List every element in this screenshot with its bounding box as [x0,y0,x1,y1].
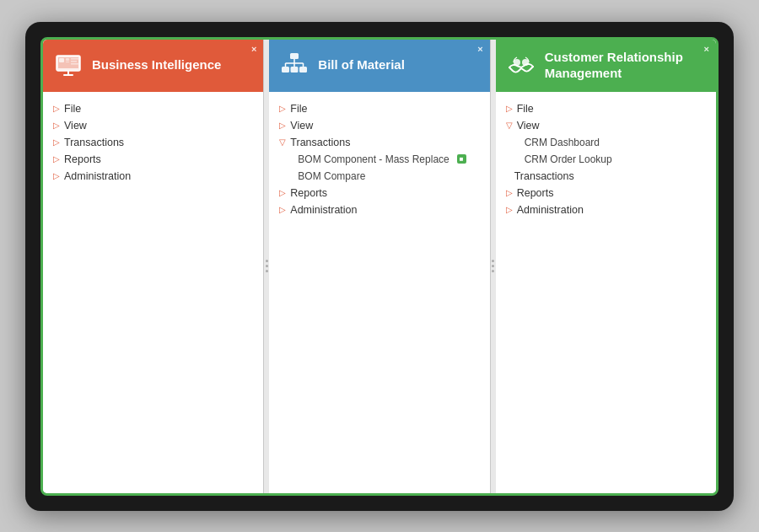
bom-title: Bill of Material [318,57,405,73]
svg-rect-5 [66,62,69,62]
bi-reports-item[interactable]: ▷ Reports [53,151,255,168]
bi-file-item[interactable]: ▷ File [53,100,255,117]
arrow-icon: ▷ [53,154,60,164]
arrow-icon: ▷ [53,171,60,180]
divider-dots-2 [492,260,494,272]
panel-business-intelligence: Business Intelligence × ▷ File ▷ View ▷ … [43,40,264,493]
bom-component-mass-replace-item[interactable]: BOM Component - Mass Replace ■ [279,151,481,168]
crm-transactions-item[interactable]: Transactions [506,168,708,185]
arrow-icon: ▷ [53,121,60,130]
bom-transactions-item[interactable]: ▽ Transactions [279,134,481,151]
arrow-icon: ▷ [53,104,60,113]
svg-rect-10 [63,74,73,76]
svg-rect-3 [59,58,64,62]
monitor-icon [53,51,83,81]
crm-close-button[interactable]: × [704,45,709,54]
svg-rect-6 [71,58,78,60]
svg-rect-7 [71,61,77,62]
svg-rect-11 [290,53,299,59]
crm-title: Customer Relationship Management [545,50,706,82]
svg-rect-12 [282,67,289,73]
crm-administration-item[interactable]: ▷ Administration [506,202,708,218]
arrow-icon: ▷ [506,188,513,197]
arrow-icon: ▷ [506,104,513,113]
panel-bill-of-material: Bill of Material × ▷ File ▷ View ▽ Trans… [269,40,490,493]
panel-header-crm: Customer Relationship Management × [496,40,716,92]
svg-rect-4 [66,58,69,61]
handshake-icon [506,51,536,81]
crm-order-lookup-item[interactable]: CRM Order Lookup [506,151,708,168]
tag-icon: ■ [457,154,466,164]
crm-reports-item[interactable]: ▷ Reports [506,185,708,202]
arrow-icon: ▷ [279,188,286,197]
arrow-icon: ▷ [279,121,286,130]
bom-administration-item[interactable]: ▷ Administration [279,202,481,218]
svg-rect-14 [299,67,307,73]
bom-menu-body: ▷ File ▷ View ▽ Transactions BOM Compone… [269,92,489,493]
arrow-icon: ▷ [279,205,286,214]
arrow-icon: ▷ [506,205,513,214]
device-frame: Business Intelligence × ▷ File ▷ View ▷ … [25,22,734,511]
arrow-down-icon: ▽ [279,137,286,147]
arrow-icon: ▷ [279,104,286,113]
bom-close-button[interactable]: × [477,45,482,54]
bi-view-item[interactable]: ▷ View [53,117,255,134]
svg-rect-13 [291,67,299,73]
arrow-icon: ▷ [53,137,60,147]
svg-rect-8 [71,63,78,65]
bi-administration-item[interactable]: ▷ Administration [53,168,255,185]
bi-menu-body: ▷ File ▷ View ▷ Transactions ▷ Reports ▷ [43,92,263,493]
crm-file-item[interactable]: ▷ File [506,100,708,117]
panel-crm: Customer Relationship Management × ▷ Fil… [496,40,716,493]
crm-view-item[interactable]: ▽ View [506,117,708,134]
bom-view-item[interactable]: ▷ View [279,117,481,134]
hierarchy-icon [279,51,310,81]
arrow-down-icon: ▽ [506,121,513,130]
bom-reports-item[interactable]: ▷ Reports [279,185,481,202]
panel-header-bom: Bill of Material × [269,40,489,92]
screen: Business Intelligence × ▷ File ▷ View ▷ … [40,37,719,496]
bi-transactions-item[interactable]: ▷ Transactions [53,134,255,151]
bi-title: Business Intelligence [92,57,221,73]
bom-compare-item[interactable]: BOM Compare [279,168,481,185]
bom-file-item[interactable]: ▷ File [279,100,481,117]
crm-dashboard-item[interactable]: CRM Dashboard [506,134,708,151]
crm-menu-body: ▷ File ▽ View CRM Dashboard CRM Order Lo… [496,92,716,493]
bi-close-button[interactable]: × [251,45,256,54]
divider-dots-1 [266,260,268,272]
panel-header-bi: Business Intelligence × [43,40,263,92]
